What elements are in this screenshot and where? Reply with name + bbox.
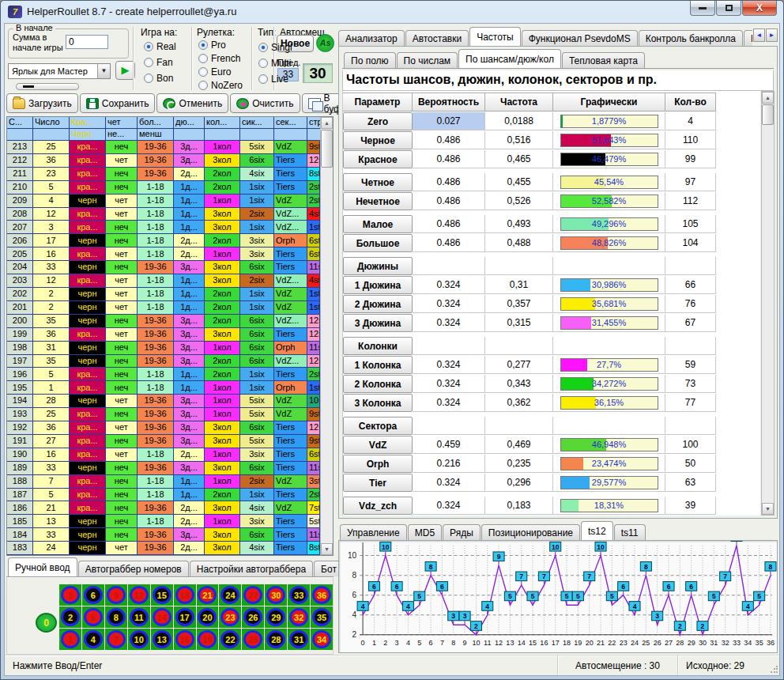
undo-button[interactable]: Отменить	[156, 93, 228, 113]
clear-button[interactable]: Очистить	[230, 93, 300, 113]
history-row[interactable]: 19127кра...неч19-363д...3кол5sixTiers9st…	[7, 435, 320, 448]
column-header[interactable]: Черн	[70, 129, 106, 141]
number-cell-20[interactable]: 20	[197, 606, 219, 628]
history-row[interactable]: 20516кра...чет1-182д...1кол3sixTiers6str	[7, 247, 320, 261]
param-cell[interactable]: Дюжины	[343, 257, 413, 275]
tab-MD5[interactable]: MD5	[408, 524, 442, 540]
number-cell-28[interactable]: 28	[265, 629, 287, 650]
column-header[interactable]: сек...	[274, 117, 307, 129]
radio-Live[interactable]: Live	[258, 74, 288, 85]
history-row[interactable]: 18433черннеч19-363д...3кол6sixTiers11str	[7, 528, 320, 542]
param-cell[interactable]: Черное	[343, 131, 413, 149]
param-cell[interactable]: Сектора	[343, 417, 413, 435]
dash-button[interactable]	[16, 83, 79, 90]
tab-Автоставки[interactable]: Автоставки	[405, 30, 469, 46]
radio-Fan[interactable]: Fan	[144, 57, 173, 68]
tab-Контроль банкролла[interactable]: Контроль банкролла	[639, 30, 743, 46]
scroll-up-icon[interactable]: ▲	[762, 92, 774, 104]
number-cell-6[interactable]: 6	[82, 584, 104, 606]
history-row[interactable]: 20617черннеч1-182д...2кол3sixOrph6str	[7, 234, 320, 247]
number-cell-0[interactable]: 0	[36, 613, 57, 633]
scroll-down-icon[interactable]: ▼	[762, 503, 774, 515]
history-row[interactable]: 18933черннеч19-363д...3кол6sixTiers11str	[7, 462, 320, 475]
tab-Функционал PsevdoMS[interactable]: Функционал PsevdoMS	[522, 30, 638, 46]
close-button[interactable]: X	[742, 1, 777, 16]
history-row[interactable]: 19016кра...чет1-182д...1кол3sixTiers6str	[7, 448, 320, 462]
param-cell[interactable]: 1 Дюжина	[343, 276, 413, 294]
scroll-up-icon[interactable]: ▲	[321, 117, 333, 129]
column-header[interactable]: Число	[33, 117, 70, 129]
column-header[interactable]	[174, 129, 205, 141]
column-header[interactable]: сик...	[240, 117, 274, 129]
as-button[interactable]: As	[316, 34, 334, 52]
resize-grip[interactable]	[770, 666, 778, 674]
param-cell[interactable]: 2 Дюжина	[343, 295, 413, 313]
history-row[interactable]: 2105кра...неч1-181д...2кол1sixTiers2str	[7, 181, 320, 195]
number-cell-18[interactable]: 18	[174, 584, 196, 606]
history-row[interactable]: 21236кра...чет19-363д...3кол6sixTiers12s…	[7, 154, 320, 168]
param-cell[interactable]: Красное	[343, 150, 413, 168]
history-row[interactable]: 1887кра...неч1-181д...1кол2sixVdZ3str	[7, 475, 320, 489]
number-cell-16[interactable]: 16	[174, 629, 196, 650]
param-cell[interactable]: 3 Дюжина	[343, 314, 413, 332]
tab-scroll-right-icon[interactable]: ►	[766, 28, 778, 42]
param-cell[interactable]: VdZ	[343, 436, 413, 454]
column-header[interactable]	[274, 129, 307, 141]
number-cell-21[interactable]: 21	[197, 584, 219, 606]
tab-Управление[interactable]: Управление	[340, 524, 407, 540]
history-row[interactable]: 20433черннеч19-363д...3кол6sixTiers11str	[7, 261, 320, 274]
number-cell-25[interactable]: 25	[242, 629, 264, 650]
number-cell-4[interactable]: 4	[82, 629, 104, 650]
tab-По полю[interactable]: По полю	[344, 52, 396, 68]
tab-ts11[interactable]: ts11	[614, 524, 646, 540]
load-button[interactable]: Загрузить	[6, 93, 78, 113]
column-header[interactable]	[205, 129, 240, 141]
column-header[interactable]: Графически	[553, 93, 665, 111]
radio-French[interactable]: French	[198, 53, 240, 64]
tab-ts12[interactable]: ts12	[581, 521, 613, 540]
tab-Настройки автограббера[interactable]: Настройки автограббера	[190, 561, 313, 576]
tab-Частоты[interactable]: Частоты	[469, 27, 521, 46]
history-row[interactable]: 19236кра...чет19-363д...3кол6sixTiers12s…	[7, 421, 320, 435]
tab-Автограббер номеров[interactable]: Автограббер номеров	[78, 561, 189, 576]
history-row[interactable]: 20312кра...чет1-181д...3кол2sixVdZ...4st…	[7, 274, 320, 288]
param-cell[interactable]: 1 Колонка	[343, 356, 413, 374]
column-header[interactable]: Параметр	[343, 93, 413, 111]
history-row[interactable]: 20812кра...чет1-181д...3кол2sixVdZ...4st…	[7, 208, 320, 221]
number-cell-3[interactable]: 3	[59, 584, 81, 606]
tab-Тепловая карта[interactable]: Тепловая карта	[562, 52, 645, 68]
number-cell-13[interactable]: 13	[151, 629, 173, 650]
column-header[interactable]	[33, 129, 70, 141]
history-row[interactable]: 2094чернчет1-181д...1кол1sixVdZ2str	[7, 195, 320, 208]
radio-Bon[interactable]: Bon	[144, 73, 173, 84]
number-cell-17[interactable]: 17	[174, 606, 196, 628]
history-row[interactable]: 19831черннеч19-363д...1кол6sixOrph11str	[7, 342, 320, 355]
number-cell-32[interactable]: 32	[288, 606, 310, 628]
number-cell-29[interactable]: 29	[265, 606, 287, 628]
tab-Анализатор[interactable]: Анализатор	[338, 30, 405, 46]
scrollbar-thumb[interactable]	[762, 104, 774, 125]
number-cell-27[interactable]: 27	[242, 584, 264, 606]
column-header[interactable]	[7, 129, 33, 141]
history-row[interactable]: 2022чернчет1-181д...2кол1sixVdZ1str	[7, 288, 320, 301]
history-row[interactable]: 19735черннеч19-363д...2кол6sixVdZ...12st…	[7, 355, 320, 368]
tab-scroll-left-icon[interactable]: ◄	[753, 28, 765, 42]
scrollbar-thumb[interactable]	[321, 130, 333, 168]
history-row[interactable]: 1951кра...неч1-181д...1кол1sixOrph1str	[7, 381, 320, 395]
radio-Multi[interactable]: Multi	[258, 58, 291, 69]
param-cell[interactable]: Нечетное	[343, 192, 413, 210]
frequency-scrollbar[interactable]: ▲ ▼	[761, 91, 775, 516]
number-cell-26[interactable]: 26	[242, 606, 264, 628]
number-cell-1[interactable]: 1	[59, 629, 81, 650]
number-cell-12[interactable]: 12	[128, 584, 150, 606]
param-cell[interactable]: Orph	[343, 455, 413, 473]
chevron-down-icon[interactable]: ▼	[97, 64, 110, 78]
column-header[interactable]: дю...	[174, 117, 205, 129]
tab-Позиционирование[interactable]: Позиционирование	[481, 524, 580, 540]
number-cell-24[interactable]: 24	[219, 584, 241, 606]
history-row[interactable]: 1875кра...неч1-181д...2кол1sixTiers2str	[7, 489, 320, 502]
number-cell-15[interactable]: 15	[151, 584, 173, 606]
preset-dropdown[interactable]: Ярлык для Мастер ▼	[8, 63, 111, 79]
number-cell-33[interactable]: 33	[288, 584, 310, 606]
number-cell-14[interactable]: 14	[151, 606, 173, 628]
